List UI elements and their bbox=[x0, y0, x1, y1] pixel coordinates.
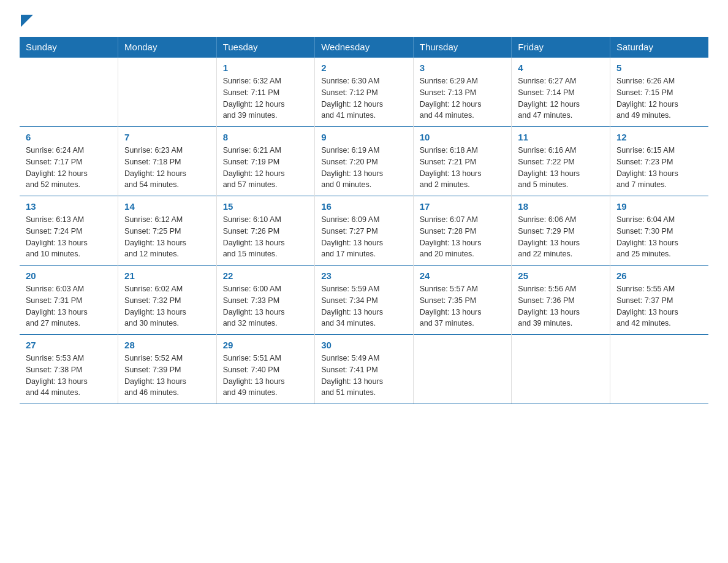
weekday-header-row: SundayMondayTuesdayWednesdayThursdayFrid… bbox=[20, 37, 708, 58]
calendar-cell bbox=[610, 335, 708, 404]
calendar-cell bbox=[512, 335, 610, 404]
day-number: 19 bbox=[616, 201, 702, 212]
day-info: Sunrise: 6:10 AM Sunset: 7:26 PM Dayligh… bbox=[223, 214, 309, 260]
day-info: Sunrise: 6:03 AM Sunset: 7:31 PM Dayligh… bbox=[26, 283, 112, 329]
calendar-week-row: 13Sunrise: 6:13 AM Sunset: 7:24 PM Dayli… bbox=[20, 196, 708, 266]
calendar-week-row: 20Sunrise: 6:03 AM Sunset: 7:31 PM Dayli… bbox=[20, 266, 708, 335]
day-info: Sunrise: 6:15 AM Sunset: 7:23 PM Dayligh… bbox=[616, 145, 702, 191]
day-number: 16 bbox=[321, 201, 407, 212]
day-info: Sunrise: 6:09 AM Sunset: 7:27 PM Dayligh… bbox=[321, 214, 407, 260]
day-info: Sunrise: 6:04 AM Sunset: 7:30 PM Dayligh… bbox=[616, 214, 702, 260]
calendar-cell: 21Sunrise: 6:02 AM Sunset: 7:32 PM Dayli… bbox=[118, 266, 217, 335]
day-info: Sunrise: 6:24 AM Sunset: 7:17 PM Dayligh… bbox=[26, 145, 112, 191]
day-info: Sunrise: 6:16 AM Sunset: 7:22 PM Dayligh… bbox=[518, 145, 604, 191]
weekday-header-saturday: Saturday bbox=[610, 37, 708, 58]
day-number: 26 bbox=[616, 270, 702, 281]
weekday-header-friday: Friday bbox=[512, 37, 610, 58]
calendar-cell: 9Sunrise: 6:19 AM Sunset: 7:20 PM Daylig… bbox=[315, 127, 414, 196]
calendar-cell: 5Sunrise: 6:26 AM Sunset: 7:15 PM Daylig… bbox=[610, 58, 708, 127]
day-number: 3 bbox=[420, 63, 506, 73]
day-number: 13 bbox=[26, 201, 112, 212]
day-info: Sunrise: 6:07 AM Sunset: 7:28 PM Dayligh… bbox=[420, 214, 506, 260]
day-number: 15 bbox=[223, 201, 309, 212]
calendar-cell: 28Sunrise: 5:52 AM Sunset: 7:39 PM Dayli… bbox=[118, 335, 217, 404]
day-number: 23 bbox=[321, 270, 407, 281]
calendar-cell bbox=[118, 58, 217, 127]
day-info: Sunrise: 6:29 AM Sunset: 7:13 PM Dayligh… bbox=[420, 75, 506, 121]
day-info: Sunrise: 6:27 AM Sunset: 7:14 PM Dayligh… bbox=[518, 75, 604, 121]
calendar-cell: 27Sunrise: 5:53 AM Sunset: 7:38 PM Dayli… bbox=[20, 335, 118, 404]
day-info: Sunrise: 6:13 AM Sunset: 7:24 PM Dayligh… bbox=[26, 214, 112, 260]
calendar-cell: 4Sunrise: 6:27 AM Sunset: 7:14 PM Daylig… bbox=[512, 58, 610, 127]
calendar-cell: 11Sunrise: 6:16 AM Sunset: 7:22 PM Dayli… bbox=[512, 127, 610, 196]
day-number: 25 bbox=[518, 270, 604, 281]
calendar-week-row: 1Sunrise: 6:32 AM Sunset: 7:11 PM Daylig… bbox=[20, 58, 708, 127]
day-number: 17 bbox=[420, 201, 506, 212]
day-info: Sunrise: 6:23 AM Sunset: 7:18 PM Dayligh… bbox=[124, 145, 210, 191]
logo bbox=[20, 15, 33, 26]
calendar-cell: 30Sunrise: 5:49 AM Sunset: 7:41 PM Dayli… bbox=[315, 335, 414, 404]
calendar-cell: 7Sunrise: 6:23 AM Sunset: 7:18 PM Daylig… bbox=[118, 127, 217, 196]
day-number: 2 bbox=[321, 63, 407, 73]
day-info: Sunrise: 6:19 AM Sunset: 7:20 PM Dayligh… bbox=[321, 145, 407, 191]
day-info: Sunrise: 6:30 AM Sunset: 7:12 PM Dayligh… bbox=[321, 75, 407, 121]
day-info: Sunrise: 5:52 AM Sunset: 7:39 PM Dayligh… bbox=[124, 353, 210, 399]
calendar-cell: 23Sunrise: 5:59 AM Sunset: 7:34 PM Dayli… bbox=[315, 266, 414, 335]
weekday-header-thursday: Thursday bbox=[413, 37, 512, 58]
calendar-cell: 8Sunrise: 6:21 AM Sunset: 7:19 PM Daylig… bbox=[216, 127, 315, 196]
day-info: Sunrise: 6:32 AM Sunset: 7:11 PM Dayligh… bbox=[223, 75, 309, 121]
day-info: Sunrise: 5:51 AM Sunset: 7:40 PM Dayligh… bbox=[223, 353, 309, 399]
weekday-header-wednesday: Wednesday bbox=[315, 37, 414, 58]
calendar-cell: 10Sunrise: 6:18 AM Sunset: 7:21 PM Dayli… bbox=[413, 127, 512, 196]
day-number: 1 bbox=[223, 63, 309, 73]
calendar-cell: 1Sunrise: 6:32 AM Sunset: 7:11 PM Daylig… bbox=[216, 58, 315, 127]
day-number: 14 bbox=[124, 201, 210, 212]
page-header bbox=[20, 15, 708, 26]
calendar-cell: 14Sunrise: 6:12 AM Sunset: 7:25 PM Dayli… bbox=[118, 196, 217, 266]
day-info: Sunrise: 5:56 AM Sunset: 7:36 PM Dayligh… bbox=[518, 283, 604, 329]
day-number: 10 bbox=[420, 132, 506, 142]
weekday-header-sunday: Sunday bbox=[20, 37, 118, 58]
calendar-cell bbox=[20, 58, 118, 127]
calendar-cell: 13Sunrise: 6:13 AM Sunset: 7:24 PM Dayli… bbox=[20, 196, 118, 266]
day-number: 6 bbox=[26, 132, 112, 142]
calendar-cell: 25Sunrise: 5:56 AM Sunset: 7:36 PM Dayli… bbox=[512, 266, 610, 335]
weekday-header-monday: Monday bbox=[118, 37, 217, 58]
day-number: 24 bbox=[420, 270, 506, 281]
day-number: 8 bbox=[223, 132, 309, 142]
calendar-week-row: 27Sunrise: 5:53 AM Sunset: 7:38 PM Dayli… bbox=[20, 335, 708, 404]
day-number: 12 bbox=[616, 132, 702, 142]
day-number: 7 bbox=[124, 132, 210, 142]
day-info: Sunrise: 5:59 AM Sunset: 7:34 PM Dayligh… bbox=[321, 283, 407, 329]
calendar-cell: 24Sunrise: 5:57 AM Sunset: 7:35 PM Dayli… bbox=[413, 266, 512, 335]
day-info: Sunrise: 6:26 AM Sunset: 7:15 PM Dayligh… bbox=[616, 75, 702, 121]
day-number: 18 bbox=[518, 201, 604, 212]
day-info: Sunrise: 6:02 AM Sunset: 7:32 PM Dayligh… bbox=[124, 283, 210, 329]
calendar-cell: 15Sunrise: 6:10 AM Sunset: 7:26 PM Dayli… bbox=[216, 196, 315, 266]
day-info: Sunrise: 5:49 AM Sunset: 7:41 PM Dayligh… bbox=[321, 353, 407, 399]
day-info: Sunrise: 6:18 AM Sunset: 7:21 PM Dayligh… bbox=[420, 145, 506, 191]
calendar-cell: 19Sunrise: 6:04 AM Sunset: 7:30 PM Dayli… bbox=[610, 196, 708, 266]
day-number: 4 bbox=[518, 63, 604, 73]
calendar-cell: 20Sunrise: 6:03 AM Sunset: 7:31 PM Dayli… bbox=[20, 266, 118, 335]
calendar-cell: 6Sunrise: 6:24 AM Sunset: 7:17 PM Daylig… bbox=[20, 127, 118, 196]
calendar-cell: 29Sunrise: 5:51 AM Sunset: 7:40 PM Dayli… bbox=[216, 335, 315, 404]
calendar-header: SundayMondayTuesdayWednesdayThursdayFrid… bbox=[20, 37, 708, 58]
day-number: 29 bbox=[223, 340, 309, 350]
day-number: 28 bbox=[124, 340, 210, 350]
weekday-header-tuesday: Tuesday bbox=[216, 37, 315, 58]
calendar-cell: 16Sunrise: 6:09 AM Sunset: 7:27 PM Dayli… bbox=[315, 196, 414, 266]
calendar-body: 1Sunrise: 6:32 AM Sunset: 7:11 PM Daylig… bbox=[20, 58, 708, 404]
day-number: 27 bbox=[26, 340, 112, 350]
day-info: Sunrise: 5:57 AM Sunset: 7:35 PM Dayligh… bbox=[420, 283, 506, 329]
calendar-cell: 22Sunrise: 6:00 AM Sunset: 7:33 PM Dayli… bbox=[216, 266, 315, 335]
day-info: Sunrise: 5:53 AM Sunset: 7:38 PM Dayligh… bbox=[26, 353, 112, 399]
calendar-cell: 18Sunrise: 6:06 AM Sunset: 7:29 PM Dayli… bbox=[512, 196, 610, 266]
day-info: Sunrise: 6:12 AM Sunset: 7:25 PM Dayligh… bbox=[124, 214, 210, 260]
calendar-cell: 3Sunrise: 6:29 AM Sunset: 7:13 PM Daylig… bbox=[413, 58, 512, 127]
calendar-cell: 12Sunrise: 6:15 AM Sunset: 7:23 PM Dayli… bbox=[610, 127, 708, 196]
day-number: 30 bbox=[321, 340, 407, 350]
day-info: Sunrise: 6:00 AM Sunset: 7:33 PM Dayligh… bbox=[223, 283, 309, 329]
day-info: Sunrise: 6:06 AM Sunset: 7:29 PM Dayligh… bbox=[518, 214, 604, 260]
day-info: Sunrise: 6:21 AM Sunset: 7:19 PM Dayligh… bbox=[223, 145, 309, 191]
